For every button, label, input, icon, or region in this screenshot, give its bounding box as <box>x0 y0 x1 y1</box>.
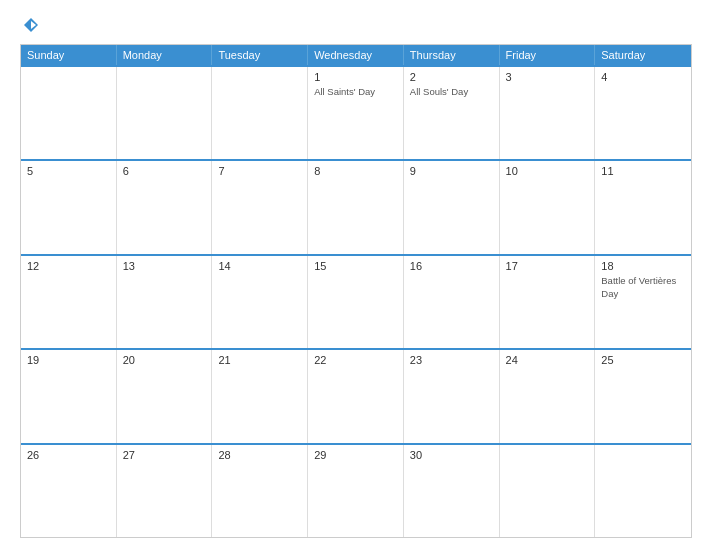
day-number: 30 <box>410 449 493 461</box>
day-number: 19 <box>27 354 110 366</box>
logo <box>20 16 40 34</box>
day-cell: 5 <box>21 161 117 253</box>
day-number: 23 <box>410 354 493 366</box>
day-number: 12 <box>27 260 110 272</box>
day-cell: 16 <box>404 256 500 348</box>
day-cell <box>117 67 213 159</box>
day-number: 24 <box>506 354 589 366</box>
logo-icon <box>22 16 40 34</box>
day-cell: 11 <box>595 161 691 253</box>
day-cell: 18Battle of Vertières Day <box>595 256 691 348</box>
day-cell: 20 <box>117 350 213 442</box>
day-number: 20 <box>123 354 206 366</box>
week-row-3: 12131415161718Battle of Vertières Day <box>21 254 691 348</box>
day-header-sunday: Sunday <box>21 45 117 65</box>
day-cell: 6 <box>117 161 213 253</box>
week-row-1: 1All Saints' Day2All Souls' Day34 <box>21 65 691 159</box>
day-cell: 2All Souls' Day <box>404 67 500 159</box>
day-header-saturday: Saturday <box>595 45 691 65</box>
day-number: 27 <box>123 449 206 461</box>
day-cell: 8 <box>308 161 404 253</box>
day-header-monday: Monday <box>117 45 213 65</box>
day-number: 21 <box>218 354 301 366</box>
weeks-container: 1All Saints' Day2All Souls' Day345678910… <box>21 65 691 537</box>
day-number: 9 <box>410 165 493 177</box>
day-number: 14 <box>218 260 301 272</box>
day-header-wednesday: Wednesday <box>308 45 404 65</box>
day-number: 10 <box>506 165 589 177</box>
day-header-thursday: Thursday <box>404 45 500 65</box>
day-cell <box>595 445 691 537</box>
day-cell: 28 <box>212 445 308 537</box>
day-cell: 9 <box>404 161 500 253</box>
day-cell: 22 <box>308 350 404 442</box>
day-cell: 25 <box>595 350 691 442</box>
day-cell: 23 <box>404 350 500 442</box>
day-cell: 29 <box>308 445 404 537</box>
day-cell: 3 <box>500 67 596 159</box>
day-number: 2 <box>410 71 493 83</box>
day-number: 6 <box>123 165 206 177</box>
day-number: 26 <box>27 449 110 461</box>
day-cell: 10 <box>500 161 596 253</box>
day-cell: 24 <box>500 350 596 442</box>
day-number: 15 <box>314 260 397 272</box>
day-number: 29 <box>314 449 397 461</box>
day-number: 3 <box>506 71 589 83</box>
day-number: 17 <box>506 260 589 272</box>
day-number: 1 <box>314 71 397 83</box>
day-number: 7 <box>218 165 301 177</box>
day-number: 4 <box>601 71 685 83</box>
day-number: 11 <box>601 165 685 177</box>
week-row-2: 567891011 <box>21 159 691 253</box>
day-number: 13 <box>123 260 206 272</box>
day-number: 18 <box>601 260 685 272</box>
day-cell: 26 <box>21 445 117 537</box>
holiday-name: All Saints' Day <box>314 86 375 97</box>
day-cell <box>500 445 596 537</box>
day-cell: 13 <box>117 256 213 348</box>
day-cell: 4 <box>595 67 691 159</box>
day-number: 8 <box>314 165 397 177</box>
day-cell: 7 <box>212 161 308 253</box>
day-headers-row: SundayMondayTuesdayWednesdayThursdayFrid… <box>21 45 691 65</box>
day-number: 25 <box>601 354 685 366</box>
day-cell: 14 <box>212 256 308 348</box>
day-number: 28 <box>218 449 301 461</box>
calendar-grid: SundayMondayTuesdayWednesdayThursdayFrid… <box>20 44 692 538</box>
day-cell: 17 <box>500 256 596 348</box>
holiday-name: All Souls' Day <box>410 86 468 97</box>
day-cell <box>21 67 117 159</box>
day-cell: 12 <box>21 256 117 348</box>
day-number: 5 <box>27 165 110 177</box>
day-cell: 30 <box>404 445 500 537</box>
day-cell: 15 <box>308 256 404 348</box>
calendar-page: SundayMondayTuesdayWednesdayThursdayFrid… <box>0 0 712 550</box>
day-cell: 21 <box>212 350 308 442</box>
day-number: 22 <box>314 354 397 366</box>
day-cell: 19 <box>21 350 117 442</box>
day-header-tuesday: Tuesday <box>212 45 308 65</box>
day-cell: 1All Saints' Day <box>308 67 404 159</box>
day-cell <box>212 67 308 159</box>
header <box>20 16 692 34</box>
week-row-5: 2627282930 <box>21 443 691 537</box>
day-header-friday: Friday <box>500 45 596 65</box>
day-number: 16 <box>410 260 493 272</box>
week-row-4: 19202122232425 <box>21 348 691 442</box>
holiday-name: Battle of Vertières Day <box>601 275 676 299</box>
day-cell: 27 <box>117 445 213 537</box>
